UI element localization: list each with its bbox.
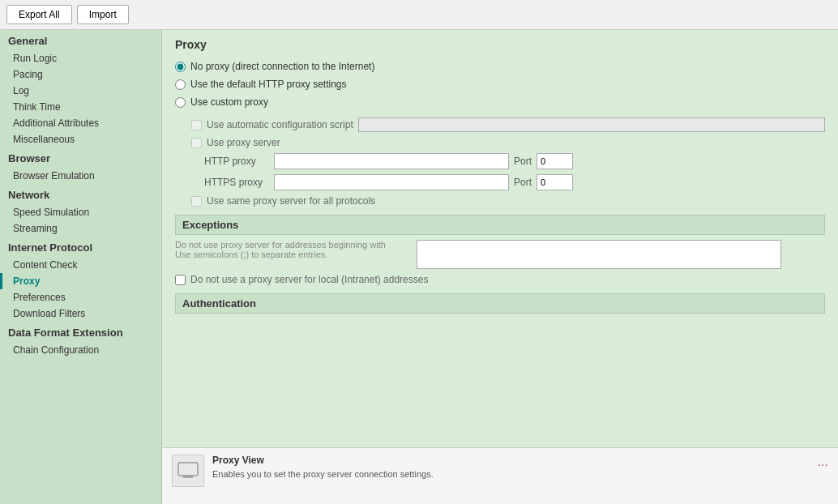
- http-port-label: Port: [514, 156, 532, 167]
- radio-default-http-label: Use the default HTTP proxy settings: [190, 79, 347, 90]
- custom-proxy-section: Use automatic configuration script Use p…: [191, 117, 825, 207]
- auto-config-row: Use automatic configuration script: [191, 117, 825, 132]
- radio-default-http-option[interactable]: Use the default HTTP proxy settings: [175, 79, 825, 90]
- exceptions-header: Exceptions: [175, 215, 825, 235]
- sidebar-item-browser-emulation[interactable]: Browser Emulation: [0, 168, 161, 184]
- same-proxy-label: Use same proxy server for all protocols: [207, 195, 375, 207]
- radio-custom-proxy-label: Use custom proxy: [190, 96, 268, 108]
- page-title: Proxy: [175, 38, 825, 51]
- https-proxy-input[interactable]: [274, 174, 509, 190]
- sidebar-item-log[interactable]: Log: [0, 83, 161, 99]
- radio-no-proxy-option[interactable]: No proxy (direct connection to the Inter…: [175, 61, 825, 72]
- proxy-server-label: Use proxy server: [207, 137, 280, 148]
- proxy-view-icon: [172, 455, 204, 487]
- sidebar-item-think-time[interactable]: Think Time: [0, 99, 161, 115]
- exceptions-section: Do not use proxy server for addresses be…: [175, 240, 825, 285]
- sidebar-item-streaming[interactable]: Streaming: [0, 220, 161, 237]
- main-layout: General Run Logic Pacing Log Think Time …: [0, 30, 838, 504]
- sidebar-item-chain-configuration[interactable]: Chain Configuration: [0, 342, 161, 358]
- radio-no-proxy[interactable]: [175, 62, 186, 72]
- sidebar: General Run Logic Pacing Log Think Time …: [0, 30, 162, 504]
- sidebar-section-internet-protocol: Internet Protocol: [0, 237, 161, 257]
- import-button[interactable]: Import: [77, 5, 129, 24]
- http-proxy-label: HTTP proxy: [204, 156, 269, 167]
- sidebar-section-general: General: [0, 30, 161, 50]
- exceptions-hint2: Use semicolons (;) to separate entries.: [175, 250, 410, 259]
- sidebar-item-speed-simulation[interactable]: Speed Simulation: [0, 204, 161, 220]
- http-port-input[interactable]: [537, 153, 573, 169]
- https-proxy-row: HTTPS proxy Port: [204, 174, 825, 190]
- bottom-title: Proxy View: [212, 455, 434, 466]
- auto-config-input[interactable]: [358, 117, 825, 132]
- auto-config-label: Use automatic configuration script: [207, 119, 353, 130]
- radio-no-proxy-label: No proxy (direct connection to the Inter…: [190, 61, 374, 72]
- bottom-desc: Enables you to set the proxy server conn…: [212, 469, 434, 479]
- checkbox-same-proxy[interactable]: [191, 196, 202, 207]
- radio-custom-proxy[interactable]: [175, 97, 186, 108]
- no-local-proxy-row: Do not use a proxy server for local (Int…: [175, 274, 825, 285]
- https-port-label: Port: [514, 177, 532, 188]
- sidebar-item-proxy[interactable]: Proxy: [0, 273, 161, 289]
- radio-default-http[interactable]: [175, 79, 186, 90]
- proxy-server-check-row: Use proxy server: [191, 137, 825, 148]
- authentication-header: Authentication: [175, 293, 825, 314]
- sidebar-item-download-filters[interactable]: Download Filters: [0, 305, 161, 322]
- bottom-panel: Proxy View Enables you to set the proxy …: [162, 447, 838, 504]
- radio-custom-proxy-option[interactable]: Use custom proxy: [175, 96, 825, 108]
- http-proxy-input[interactable]: [274, 153, 509, 169]
- toolbar: Export All Import: [0, 0, 838, 30]
- checkbox-no-local-proxy[interactable]: [175, 275, 186, 285]
- exceptions-label-area: Do not use proxy server for addresses be…: [175, 240, 410, 259]
- http-proxy-row: HTTP proxy Port: [204, 153, 825, 169]
- sidebar-section-network: Network: [0, 184, 161, 204]
- sidebar-item-preferences[interactable]: Preferences: [0, 289, 161, 305]
- sidebar-item-miscellaneous[interactable]: Miscellaneous: [0, 131, 161, 147]
- content-area: Proxy No proxy (direct connection to the…: [162, 30, 838, 504]
- bottom-text: Proxy View Enables you to set the proxy …: [212, 455, 434, 479]
- sidebar-section-data-format: Data Format Extension: [0, 322, 161, 342]
- message-icon: [177, 459, 199, 482]
- sidebar-item-pacing[interactable]: Pacing: [0, 66, 161, 83]
- sidebar-item-additional-attributes[interactable]: Additional Attributes: [0, 115, 161, 131]
- exceptions-input-area: Do not use proxy server for addresses be…: [175, 240, 825, 269]
- https-proxy-label: HTTPS proxy: [204, 177, 269, 188]
- https-port-input[interactable]: [537, 174, 573, 190]
- proxy-radio-group: No proxy (direct connection to the Inter…: [175, 61, 825, 108]
- no-local-proxy-label: Do not use a proxy server for local (Int…: [190, 274, 428, 285]
- dots-menu[interactable]: ...: [818, 455, 828, 469]
- svg-rect-0: [178, 463, 198, 476]
- checkbox-proxy-server[interactable]: [191, 138, 202, 148]
- sidebar-item-content-check[interactable]: Content Check: [0, 257, 161, 273]
- checkbox-auto-config[interactable]: [191, 120, 202, 130]
- sidebar-item-run-logic[interactable]: Run Logic: [0, 50, 161, 66]
- sidebar-section-browser: Browser: [0, 147, 161, 168]
- content-main: Proxy No proxy (direct connection to the…: [162, 30, 838, 447]
- same-proxy-row: Use same proxy server for all protocols: [191, 195, 825, 207]
- exceptions-hint1: Do not use proxy server for addresses be…: [175, 240, 410, 250]
- exceptions-textarea[interactable]: [417, 240, 781, 269]
- export-all-button[interactable]: Export All: [6, 5, 72, 24]
